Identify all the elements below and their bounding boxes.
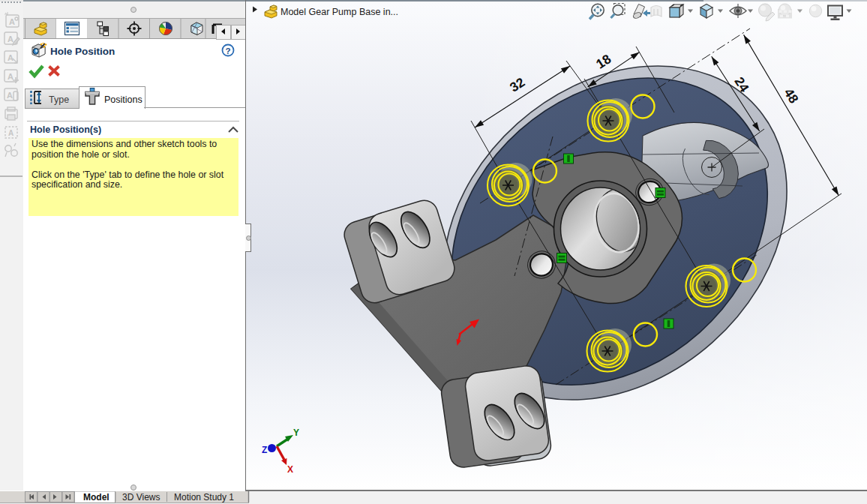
svg-text:Model: Model [83,492,110,502]
svg-text:Model Gear Pump Base in...: Model Gear Pump Base in... [280,7,398,17]
svg-text:?: ? [226,46,231,56]
svg-text:X: X [287,464,293,475]
svg-text:3D Views: 3D Views [122,492,160,502]
svg-text:A: A [8,129,14,137]
svg-text:A: A [7,91,13,100]
svg-text:Y: Y [293,428,299,438]
svg-text:A: A [8,53,14,62]
svg-text:Motion Study 1: Motion Study 1 [174,492,234,502]
svg-text:A: A [9,17,15,26]
svg-text:Z: Z [262,445,267,455]
svg-text:Type: Type [49,94,69,105]
svg-text:A: A [8,72,14,81]
svg-text:Positions: Positions [104,94,142,105]
svg-text:Hole Position: Hole Position [50,46,115,57]
svg-text:A: A [8,34,14,44]
